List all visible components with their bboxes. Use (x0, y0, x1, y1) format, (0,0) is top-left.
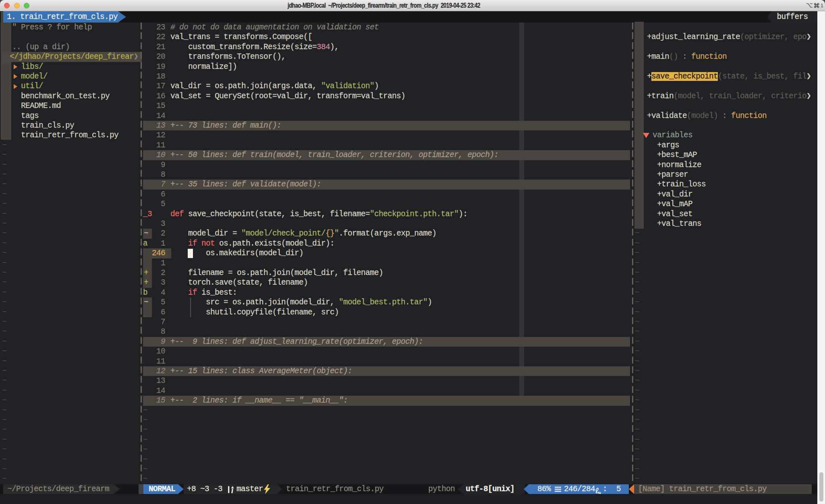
svg-text:1: 1 (821, 3, 823, 8)
